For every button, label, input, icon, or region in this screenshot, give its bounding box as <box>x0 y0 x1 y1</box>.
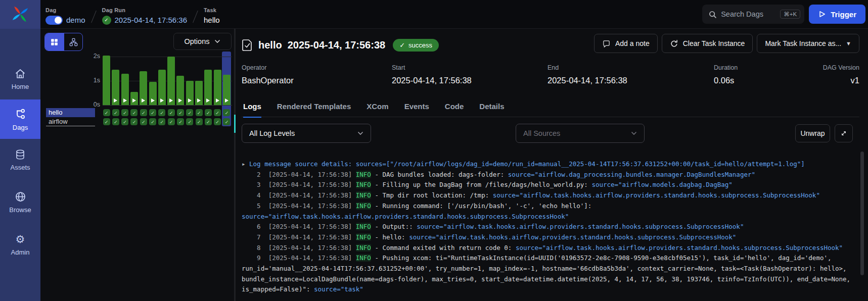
sidebar-item-label: Home <box>12 83 29 90</box>
log-source-link[interactable]: source="airflow.task.hooks.airflow.provi… <box>516 244 843 252</box>
task-status-success[interactable]: ✓ <box>130 109 138 116</box>
meta-label: Operator <box>242 64 392 71</box>
task-status-success[interactable]: ✓ <box>158 109 165 116</box>
airflow-logo[interactable] <box>0 0 40 29</box>
task-status-success[interactable]: ✓ <box>214 118 221 125</box>
task-name: hello <box>204 16 220 24</box>
log-expander-icon[interactable]: ▸ <box>242 160 249 168</box>
dag-run-duration-chart: 2s1s0shello✓✓✓✓✓✓✓✓✓✓✓✓✓✓airflow✓✓✓✓✓✓✓✓… <box>40 29 234 301</box>
mark-as-label: Mark Task Instance as... <box>765 39 841 47</box>
task-status-success[interactable]: ✓ <box>149 118 156 125</box>
task-status-success[interactable]: ✓ <box>205 109 212 116</box>
log-source-link[interactable]: source="airflow.task.hooks.airflow.provi… <box>409 233 736 241</box>
task-status-success[interactable]: ✓ <box>205 118 212 125</box>
log-summary-text[interactable]: Log message source details: <box>249 160 356 168</box>
task-status-success[interactable]: ✓ <box>196 118 203 125</box>
log-source-link[interactable]: source="airflow.task.hooks.airflow.provi… <box>493 191 820 199</box>
task-row-label-hello[interactable]: hello <box>46 108 95 117</box>
search-dags-input[interactable] <box>721 10 776 18</box>
task-status-success[interactable]: ✓ <box>112 109 119 116</box>
task-status-success[interactable]: ✓ <box>103 118 110 125</box>
topbar-actions: ⌘+K Trigger <box>702 5 868 24</box>
task-status-success[interactable]: ✓ <box>214 109 221 116</box>
task-status-success[interactable]: ✓ <box>158 118 165 125</box>
log-source-link[interactable]: source="airflow.task.hooks.airflow.provi… <box>242 213 569 220</box>
log-line-number: 2 <box>242 171 268 178</box>
left-nav: HomeDagsAssetsBrowse⚙Admin <box>0 29 40 301</box>
mark-task-instance-as-button[interactable]: Mark Task Instance as... ▼ <box>757 34 859 53</box>
note-bubble-icon <box>602 39 611 48</box>
dag-label: Dag <box>45 7 85 13</box>
fullscreen-button[interactable] <box>835 124 853 142</box>
log-source-link[interactable]: source="airflow.dag_processing.bundles.m… <box>508 171 755 178</box>
task-status-success[interactable]: ✓ <box>223 109 230 116</box>
task-status-success[interactable]: ✓ <box>168 118 175 125</box>
log-level-select[interactable]: All Log Levels <box>242 124 371 143</box>
task-row-label-airflow[interactable]: airflow <box>46 117 95 126</box>
airflow-app: Dag demo Dag Run ✓ 2025-04-14, 17:56:36 … <box>0 0 868 301</box>
log-line: 8 [2025-04-14, 17:56:38] INFO - Command … <box>242 243 864 254</box>
log-source-link[interactable]: source="task" <box>314 285 363 293</box>
task-status-success[interactable]: ✓ <box>140 109 147 116</box>
trigger-button[interactable]: Trigger <box>809 5 865 24</box>
task-status-success[interactable]: ✓ <box>186 118 193 125</box>
log-summary-sources[interactable]: sources=["/root/airflow/logs/dag_id=demo… <box>356 160 805 168</box>
manual-run-icon <box>151 98 155 103</box>
dag-name-link[interactable]: demo <box>66 16 85 24</box>
log-scrollbar[interactable] <box>860 152 864 275</box>
tab-code[interactable]: Code <box>445 96 464 117</box>
sidebar-item-home[interactable]: Home <box>0 62 40 95</box>
sidebar-item-assets[interactable]: Assets <box>0 143 40 176</box>
task-instance-meta: OperatorBashOperatorStart2025-04-14, 17:… <box>242 64 859 85</box>
task-status-success[interactable]: ✓ <box>177 118 184 125</box>
task-instance-icon <box>242 39 253 52</box>
task-status-success[interactable]: ✓ <box>103 109 110 116</box>
log-source-link[interactable]: source="airflow.models.dagbag.DagBag" <box>591 181 732 188</box>
top-bar: Dag demo Dag Run ✓ 2025-04-14, 17:56:36 … <box>0 0 868 29</box>
log-timestamp: [2025-04-14, 17:56:38] <box>268 171 356 178</box>
task-status-success[interactable]: ✓ <box>112 118 119 125</box>
tab-events[interactable]: Events <box>404 96 429 117</box>
log-line: 3 [2025-04-14, 17:56:38] INFO - Filling … <box>242 180 864 190</box>
log-line-number: 7 <box>242 233 268 241</box>
log-source-select[interactable]: All Sources <box>516 124 645 143</box>
dag-run-success-icon: ✓ <box>102 16 111 25</box>
log-line-number: 4 <box>242 191 268 199</box>
log-level-value: All Log Levels <box>249 129 357 137</box>
search-dags-box[interactable]: ⌘+K <box>702 5 804 24</box>
log-timestamp: [2025-04-14, 17:56:38] <box>268 244 356 252</box>
dag-run-bar[interactable] <box>167 57 175 105</box>
manual-run-icon <box>216 98 219 103</box>
task-status-success[interactable]: ✓ <box>168 109 175 116</box>
task-status-success[interactable]: ✓ <box>223 118 230 125</box>
clear-task-instance-button[interactable]: Clear Task Instance <box>662 34 753 53</box>
log-line: 2 [2025-04-14, 17:56:38] INFO - DAG bund… <box>242 170 864 180</box>
sidebar-item-admin[interactable]: ⚙Admin <box>0 228 40 261</box>
task-status-success[interactable]: ✓ <box>121 109 128 116</box>
log-source-link[interactable]: source="airflow.task.hooks.airflow.provi… <box>417 223 744 230</box>
tab-details[interactable]: Details <box>479 96 504 117</box>
tab-logs[interactable]: Logs <box>243 96 261 117</box>
task-status-success[interactable]: ✓ <box>177 109 184 116</box>
sidebar-item-browse[interactable]: Browse <box>0 185 40 219</box>
task-status-success[interactable]: ✓ <box>149 109 156 116</box>
status-badge: ✓ success <box>393 39 439 52</box>
log-toolbar: All Log Levels All Sources Unwrap <box>236 124 868 144</box>
task-status-success[interactable]: ✓ <box>140 118 147 125</box>
unwrap-button[interactable]: Unwrap <box>795 124 830 142</box>
tab-xcom[interactable]: XCom <box>367 96 388 117</box>
add-note-button[interactable]: Add a note <box>594 34 658 53</box>
y-axis-tick: 2s <box>81 53 100 60</box>
dag-run-bar[interactable] <box>103 56 110 105</box>
tab-rendered-templates[interactable]: Rendered Templates <box>277 96 351 117</box>
dag-run-link[interactable]: 2025-04-14, 17:56:36 <box>115 16 187 24</box>
task-status-success[interactable]: ✓ <box>121 118 128 125</box>
task-status-success[interactable]: ✓ <box>186 109 193 116</box>
breadcrumb-separator <box>91 10 97 22</box>
sidebar-item-dags[interactable]: Dags <box>0 99 40 139</box>
dag-pause-toggle[interactable] <box>45 16 63 25</box>
task-status-success[interactable]: ✓ <box>130 118 138 125</box>
log-line: 5 [2025-04-14, 17:56:38] INFO - Running … <box>242 201 864 222</box>
chevron-down-icon <box>631 131 637 135</box>
task-status-success[interactable]: ✓ <box>196 109 203 116</box>
